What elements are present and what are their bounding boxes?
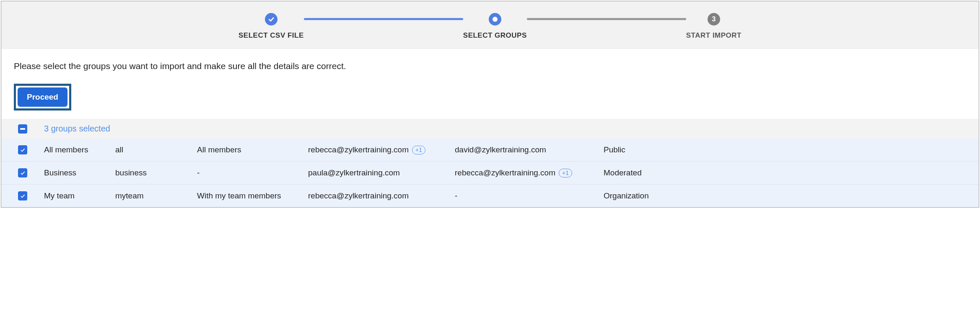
select-all-checkbox[interactable] bbox=[18, 124, 27, 134]
group-description: All members bbox=[197, 145, 308, 154]
import-wizard-container: SELECT CSV FILE SELECT GROUPS 3 START IM… bbox=[1, 1, 979, 208]
group-alias: myteam bbox=[115, 191, 197, 200]
selection-summary: 3 groups selected bbox=[44, 124, 110, 134]
step-current-icon bbox=[489, 13, 501, 26]
step-start-import: 3 START IMPORT bbox=[686, 13, 741, 40]
group-owner-email: rebecca@zylkertraining.com +1 bbox=[455, 168, 604, 177]
instruction-text: Please select the groups you want to imp… bbox=[14, 61, 966, 71]
step-select-groups: SELECT GROUPS bbox=[463, 13, 527, 40]
table-header-row: 3 groups selected bbox=[1, 119, 979, 139]
more-count-badge[interactable]: +1 bbox=[559, 169, 572, 177]
step-pending-icon: 3 bbox=[708, 13, 720, 26]
group-alias: all bbox=[115, 145, 197, 154]
step-completed-icon bbox=[265, 13, 277, 26]
group-member-email: paula@zylkertraining.com bbox=[308, 168, 455, 177]
group-owner-email: david@zylkertraining.com bbox=[455, 145, 604, 154]
stepper-connector bbox=[304, 18, 463, 20]
step-select-csv: SELECT CSV FILE bbox=[239, 13, 304, 40]
group-description: With my team members bbox=[197, 191, 308, 200]
proceed-button[interactable]: Proceed bbox=[18, 87, 67, 107]
group-name: Business bbox=[44, 168, 115, 177]
stepper: SELECT CSV FILE SELECT GROUPS 3 START IM… bbox=[239, 13, 741, 40]
row-checkbox[interactable] bbox=[18, 191, 27, 200]
row-checkbox[interactable] bbox=[18, 168, 27, 177]
table-row: All members all All members rebecca@zylk… bbox=[1, 139, 979, 162]
group-name: All members bbox=[44, 145, 115, 154]
group-owner-email: - bbox=[455, 191, 604, 200]
proceed-highlight: Proceed bbox=[14, 84, 71, 111]
step-label: SELECT CSV FILE bbox=[239, 31, 304, 40]
stepper-bar: SELECT CSV FILE SELECT GROUPS 3 START IM… bbox=[1, 1, 979, 49]
group-access: Moderated bbox=[604, 168, 962, 177]
row-checkbox[interactable] bbox=[18, 145, 27, 154]
group-access: Organization bbox=[604, 191, 962, 200]
groups-table: 3 groups selected All members all All me… bbox=[1, 119, 979, 207]
step-number: 3 bbox=[712, 15, 716, 23]
group-member-email: rebecca@zylkertraining.com bbox=[308, 191, 455, 200]
group-alias: business bbox=[115, 168, 197, 177]
table-row: My team myteam With my team members rebe… bbox=[1, 185, 979, 207]
group-access: Public bbox=[604, 145, 962, 154]
step-label: START IMPORT bbox=[686, 31, 741, 40]
group-description: - bbox=[197, 168, 308, 177]
step-label: SELECT GROUPS bbox=[463, 31, 527, 40]
group-member-email: rebecca@zylkertraining.com +1 bbox=[308, 145, 455, 154]
table-row: Business business - paula@zylkertraining… bbox=[1, 162, 979, 185]
more-count-badge[interactable]: +1 bbox=[412, 146, 425, 154]
stepper-connector bbox=[527, 18, 686, 20]
group-name: My team bbox=[44, 191, 115, 200]
content-area: Please select the groups you want to imp… bbox=[1, 49, 979, 119]
